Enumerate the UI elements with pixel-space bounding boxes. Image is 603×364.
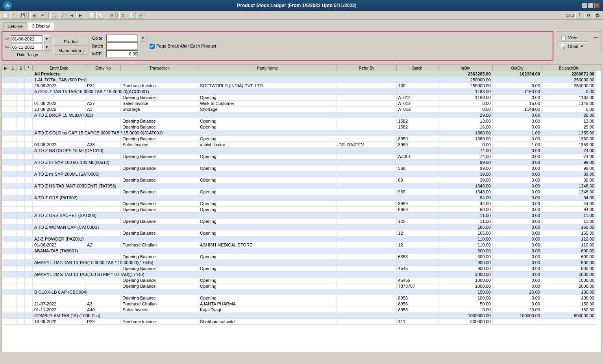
close-btn[interactable]: ✕: [594, 3, 600, 8]
table-row[interactable]: 01-06-2022 A2 Purchase Challan ASHISH ME…: [2, 242, 601, 248]
table-row[interactable]: Opening Balance Opening 8959 44.00 0.00 …: [2, 201, 601, 207]
data-batch: 111: [396, 319, 438, 325]
table-row[interactable]: 01-11-2022 A40 Sales Invoice Kajal Tyagi…: [2, 307, 601, 313]
table-row[interactable]: Opening Balance Opening 89 39.00 0.00 39…: [2, 177, 601, 183]
table-row[interactable]: 18-09-2022 P39 Purchase Invoice Shubham …: [2, 319, 601, 325]
manufacturer-button[interactable]: Manufacturer: [54, 47, 89, 55]
product-button[interactable]: Product: [54, 38, 89, 46]
table-row[interactable]: A TO Z DROP 15 ML(DAT002) 29.00 0.00 29.…: [2, 112, 601, 118]
toolbar-icon-15[interactable]: 🔗: [137, 12, 144, 19]
product-in-qty: 150.00: [438, 289, 492, 295]
table-row[interactable]: A TO Z NS DROPS 15 ML(DAT010) 74.00 0.00…: [2, 148, 601, 154]
toolbar-sep-2: [48, 12, 49, 18]
table-row[interactable]: Opening Balance Opening 4545 900.00 0.00…: [2, 266, 601, 272]
product-label: A TO Z ns SYP 100 ML 100 ML(00512): [33, 160, 438, 165]
party-name-header[interactable]: Party Name: [198, 65, 337, 71]
date-to-input[interactable]: [11, 44, 43, 51]
table-row[interactable]: Opening Balance Opening 45455 1000.00 0.…: [2, 278, 601, 283]
table-row[interactable]: A TO Z ns SYP 100 ML 100 ML(00512) 99.00…: [2, 160, 601, 165]
toolbar-icon-14[interactable]: 📝: [128, 12, 136, 19]
table-row[interactable]: A TO Z WOMAN CAP (CAT00D1) 165.00 0.00 1…: [2, 224, 601, 230]
toolbar-icon-6[interactable]: 🔍: [50, 12, 58, 19]
table-row[interactable]: A2-Z POWDER (PAZ001) 110.00 0.00 110.00: [2, 236, 601, 242]
table-row[interactable]: 26-09-2022 P32 Purchase Invoice SOFTWORL…: [2, 83, 601, 89]
table-row[interactable]: Opening Balance Opening 969 1348.00 0.00…: [2, 189, 601, 195]
chart-button[interactable]: 📊 Chart ▼: [558, 42, 589, 50]
table-row[interactable]: Opening Balance Opening 125 11.00 0.00 1…: [2, 219, 601, 224]
toolbar-icon-11[interactable]: 📈: [96, 12, 104, 19]
table-row[interactable]: Opening Balance Opening AZ001 74.00 0.00…: [2, 154, 601, 160]
date-from-input[interactable]: [11, 35, 43, 42]
table-row[interactable]: A TO Z ORS SACHET (SAT006) 11.00 0.00 11…: [2, 213, 601, 219]
table-row[interactable]: All Products 2363205.00 102334.00 226087…: [2, 71, 601, 77]
batch-header[interactable]: Batch: [396, 65, 438, 71]
help-btn[interactable]: ?: [575, 12, 583, 19]
page-break-checkbox[interactable]: [150, 44, 155, 49]
date-to-picker[interactable]: ▼: [43, 44, 50, 51]
table-row[interactable]: Opening Balance Opening 8959 50.00 0.00 …: [2, 207, 601, 213]
mrp-input[interactable]: [106, 50, 138, 57]
balance-qty-header[interactable]: BalanceQty: [542, 65, 596, 71]
table-row[interactable]: 1-AL TOTAL TAB (500 Pcs) 250000.00 25000…: [2, 77, 601, 83]
table-row[interactable]: AMARYL-1MG TAB 10 TAB(10.0000 TAB * 10.0…: [2, 260, 601, 266]
restore-btn[interactable]: □: [588, 3, 594, 8]
table-row[interactable]: A TO Z NS TAB {ANTIOXIDENT} (TAT058) 134…: [2, 183, 601, 189]
refer-by-header[interactable]: Refer By: [337, 65, 396, 71]
entry-date-header[interactable]: Entry Date: [33, 65, 85, 71]
toolbar-icon-2[interactable]: 📂: [10, 12, 18, 19]
table-row[interactable]: Opening Balance Opening 1582 13.00 0.00 …: [2, 118, 601, 124]
table-row[interactable]: Opening Balance Opening 8956 100.00 0.00…: [2, 295, 601, 301]
table-row[interactable]: A TO Z ns SYP 200ML (SAT0005) 39.00 0.00…: [2, 171, 601, 177]
entry-no-header[interactable]: Entry No: [85, 65, 121, 71]
toolbar-icon-13[interactable]: Σ: [119, 12, 127, 19]
toolbar-icon-9[interactable]: ▶: [76, 12, 84, 19]
toolbar-icon-8[interactable]: ◀: [68, 12, 76, 19]
table-row[interactable]: Opening Balance Opening 7878787 1000.00 …: [2, 283, 601, 289]
nav-left-arrow[interactable]: ▶: [3, 66, 8, 70]
data-batch: 1582: [396, 124, 438, 130]
table-row[interactable]: ABANA-TAB (TAB001) 600.00 0.00 600.00: [2, 248, 601, 254]
color-input[interactable]: [106, 35, 138, 42]
minimize-btn[interactable]: _: [582, 3, 587, 8]
table-row[interactable]: Opening Balance Opening 6353 600.00 0.00…: [2, 254, 601, 260]
table-row[interactable]: Opening Balance Opening 568 99.00 0.00 9…: [2, 165, 601, 171]
date-from-picker[interactable]: ▼: [43, 35, 50, 42]
in-qty-header[interactable]: InQty: [438, 65, 492, 71]
table-row[interactable]: A TO Z GOLD ns CAP 15 CAP(15.0000 TAB * …: [2, 130, 601, 136]
data-entry-date: [33, 95, 85, 101]
data-in-qty: 50.00: [438, 207, 492, 213]
table-row[interactable]: B CLOX-LB CAP (CBC004) 150.00 20.00 130.…: [2, 289, 601, 295]
table-row[interactable]: 01-06-2022 A37 Sales Invoice Walk In Cus…: [2, 101, 601, 107]
out-qty-header[interactable]: OutQty: [492, 65, 542, 71]
toolbar-icon-3[interactable]: 💾: [19, 12, 27, 19]
table-row[interactable]: 03-06-2022 A38 Sales Invoice ashish laxk…: [2, 142, 601, 148]
product-label: AMARYL-2MG TAB 10 TAB(100 STRIP * 10 TAB…: [33, 272, 438, 278]
transaction-header[interactable]: Transaction: [121, 65, 198, 71]
batch-input[interactable]: [106, 42, 138, 50]
tab-display[interactable]: 3.Display: [28, 22, 54, 30]
table-row[interactable]: AMARYL-2MG TAB 10 TAB(100 STRIP * 10 TAB…: [2, 272, 601, 278]
toolbar-icon-4[interactable]: 🖨: [30, 12, 38, 19]
tab-home[interactable]: 1.Home: [3, 22, 27, 30]
table-row[interactable]: Opening Balance Opening 12 165.00 0.00 1…: [2, 230, 601, 236]
toolbar-icon-7[interactable]: 🔎: [59, 12, 67, 19]
table-row[interactable]: A TO Z ORS (PAT002) 94.00 0.00 94.00: [2, 195, 601, 201]
table-row[interactable]: Opening Balance Opening 8959 1360.00 0.0…: [2, 136, 601, 142]
toolbar-icon-12[interactable]: ⚙: [108, 12, 116, 19]
table-row[interactable]: 21-07-2022 A3 Purchase Challan AJANTA PH…: [2, 301, 601, 307]
data-balance-qty: 130.00: [542, 307, 596, 313]
color-dropdown-arrow[interactable]: ▼: [139, 35, 146, 42]
toolbar-icon-5[interactable]: ✉: [39, 12, 47, 19]
table-row[interactable]: A COR-Z TAB 15 TAB(15.0000 TAB * 15.0000…: [2, 89, 601, 95]
table-row[interactable]: Opening Balance Opening 1582 16.00 0.00 …: [2, 124, 601, 130]
table-row[interactable]: 23-06-2022 A1 Shortage Shortage AT012 0.…: [2, 107, 601, 112]
table-row[interactable]: Opening Balance Opening AT012 1163.00 0.…: [2, 95, 601, 101]
power-btn[interactable]: ⏻: [594, 12, 601, 19]
settings-btn[interactable]: ⚙: [585, 12, 592, 19]
product-balance-qty: 0.00: [542, 89, 596, 95]
data-in-qty: 0.00: [438, 107, 492, 112]
toolbar-icon-1[interactable]: 📄: [2, 12, 9, 19]
toolbar-icon-10[interactable]: 📊: [88, 12, 96, 19]
view-button[interactable]: 📋 View: [558, 34, 589, 42]
table-row[interactable]: COMBIFLAM TAB (15) (1000 Pcs) 1000000.00…: [2, 313, 601, 319]
